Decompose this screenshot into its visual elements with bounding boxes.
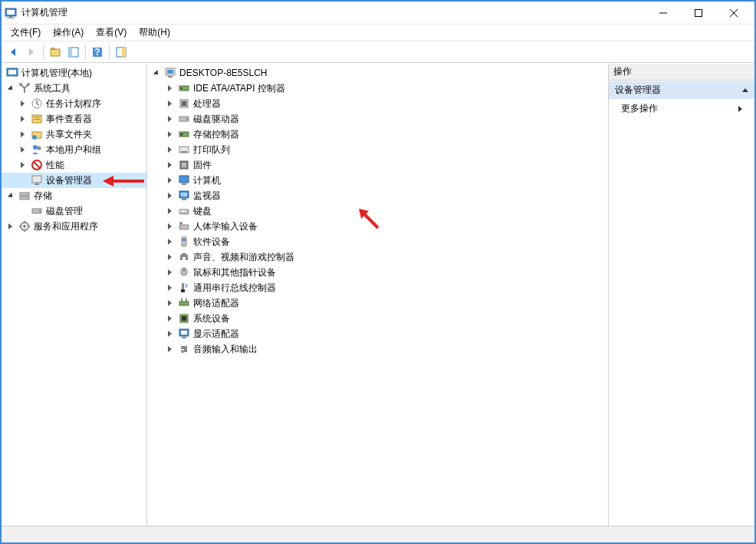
device-category-node[interactable]: 固件 (147, 157, 608, 173)
menu-file[interactable]: 文件(F) (5, 25, 47, 41)
device-tree-panel[interactable]: DESKTOP-8E5SLCH IDE ATA/ATAPI 控制器处理器磁盘驱动… (147, 64, 609, 526)
expander-icon[interactable] (164, 206, 175, 216)
expander-icon[interactable] (164, 328, 175, 339)
expander-icon[interactable] (164, 252, 175, 262)
collapse-icon (742, 88, 748, 92)
expander-icon[interactable] (5, 221, 15, 232)
device-category-node[interactable]: 显示适配器 (147, 326, 608, 341)
svg-rect-16 (8, 70, 16, 74)
device-category-node[interactable]: 打印队列 (147, 142, 608, 157)
expander-icon[interactable] (164, 144, 175, 155)
tree-node-services-apps[interactable]: 服务和应用程序 (2, 219, 146, 234)
tree-node-shared-folders[interactable]: 共享文件夹 (2, 127, 146, 142)
device-category-node[interactable]: 网络适配器 (147, 295, 608, 311)
expander-icon[interactable] (17, 114, 28, 124)
device-category-node[interactable]: 音频输入和输出 (147, 341, 608, 357)
expander-icon[interactable] (17, 129, 28, 140)
tree-node-storage[interactable]: 存储 (2, 188, 146, 203)
properties-button[interactable] (113, 44, 130, 61)
device-category-label: 鼠标和其他指针设备 (193, 266, 276, 279)
expander-icon[interactable] (164, 83, 175, 94)
expander-icon[interactable] (164, 267, 175, 278)
device-category-node[interactable]: 声音、视频和游戏控制器 (147, 249, 608, 265)
device-category-label: 存储控制器 (193, 128, 239, 141)
device-tree-root[interactable]: DESKTOP-8E5SLCH (147, 65, 608, 81)
device-category-node[interactable]: 通用串行总线控制器 (147, 280, 608, 295)
actions-section-title[interactable]: 设备管理器 (609, 81, 754, 99)
tree-node-label: 服务和应用程序 (34, 220, 98, 233)
expander-icon[interactable] (164, 236, 175, 247)
device-category-icon (178, 343, 190, 355)
expander-icon[interactable] (164, 129, 175, 140)
help-button[interactable]: ? (89, 44, 106, 61)
device-category-node[interactable]: 软件设备 (147, 234, 608, 249)
tree-node-system-tools[interactable]: 系统工具 (2, 81, 146, 96)
tree-node-event-viewer[interactable]: 事件查看器 (2, 111, 146, 127)
expander-icon[interactable] (164, 298, 175, 308)
device-category-icon (178, 113, 190, 125)
tree-node-label: 本地用户和组 (46, 143, 101, 157)
maximize-button[interactable] (681, 2, 716, 25)
device-category-node[interactable]: IDE ATA/ATAPI 控制器 (147, 81, 608, 96)
expander-icon[interactable] (17, 160, 28, 170)
toolbar-separator (85, 45, 86, 59)
more-actions-item[interactable]: 更多操作 (609, 99, 754, 118)
menu-action[interactable]: 操作(A) (47, 25, 90, 41)
device-category-node[interactable]: 鼠标和其他指针设备 (147, 265, 608, 280)
expander-icon[interactable] (17, 98, 28, 109)
tree-node-root[interactable]: 计算机管理(本地) (2, 65, 146, 81)
menu-view[interactable]: 查看(V) (90, 25, 133, 41)
device-category-node[interactable]: 人体学输入设备 (147, 219, 608, 234)
device-category-icon (178, 328, 190, 340)
device-category-node[interactable]: 处理器 (147, 96, 608, 111)
app-icon (5, 7, 17, 19)
tree-node-label: 计算机管理(本地) (21, 67, 92, 80)
window-controls (646, 2, 751, 25)
expander-icon[interactable] (164, 313, 175, 324)
device-category-node[interactable]: 磁盘驱动器 (147, 111, 608, 127)
expander-icon[interactable] (164, 175, 175, 186)
tree-node-local-users[interactable]: 本地用户和组 (2, 142, 146, 157)
minimize-button[interactable] (646, 2, 681, 25)
device-category-node[interactable]: 计算机 (147, 173, 608, 188)
device-category-node[interactable]: 监视器 (147, 188, 608, 203)
expander-icon[interactable] (164, 114, 175, 124)
expander-icon[interactable] (164, 344, 175, 354)
device-category-node[interactable]: 键盘 (147, 203, 608, 219)
expander-icon[interactable] (164, 221, 175, 232)
device-category-label: 打印队列 (193, 143, 230, 157)
show-hide-tree-button[interactable] (65, 44, 82, 61)
menu-help[interactable]: 帮助(H) (133, 25, 176, 41)
svg-rect-67 (179, 302, 189, 305)
device-category-icon (178, 190, 190, 202)
device-category-icon (178, 282, 190, 294)
tree-node-task-scheduler[interactable]: 任务计划程序 (2, 96, 146, 111)
up-button[interactable] (47, 44, 64, 61)
actions-header: 操作 (609, 64, 754, 81)
tree-node-disk-management[interactable]: 磁盘管理 (2, 203, 146, 219)
tree-node-device-manager[interactable]: 设备管理器 (2, 173, 146, 188)
expander-icon[interactable] (5, 83, 15, 94)
device-category-icon (178, 236, 190, 248)
console-tree-panel[interactable]: 计算机管理(本地) 系统工具 任务计划程序 事件查看器 共享文件夹 (2, 64, 147, 526)
device-category-label: 显示适配器 (193, 328, 239, 341)
services-icon (18, 220, 31, 232)
expander-icon[interactable] (164, 190, 175, 201)
expander-icon[interactable] (164, 282, 175, 293)
back-button[interactable] (5, 44, 21, 61)
device-category-node[interactable]: 存储控制器 (147, 127, 608, 142)
tree-node-performance[interactable]: 性能 (2, 157, 146, 173)
expander-icon[interactable] (164, 160, 175, 170)
tree-node-label: 性能 (46, 159, 64, 172)
tools-icon (18, 82, 31, 94)
device-category-node[interactable]: 系统设备 (147, 311, 608, 326)
device-category-label: 人体学输入设备 (193, 220, 258, 233)
forward-button[interactable] (23, 44, 40, 61)
more-actions-label: 更多操作 (621, 102, 658, 115)
expander-icon[interactable] (17, 144, 28, 155)
expander-icon[interactable] (164, 98, 175, 109)
close-button[interactable] (716, 2, 751, 25)
expander-icon[interactable] (150, 68, 161, 78)
svg-point-25 (33, 145, 38, 150)
expander-icon[interactable] (5, 190, 15, 201)
